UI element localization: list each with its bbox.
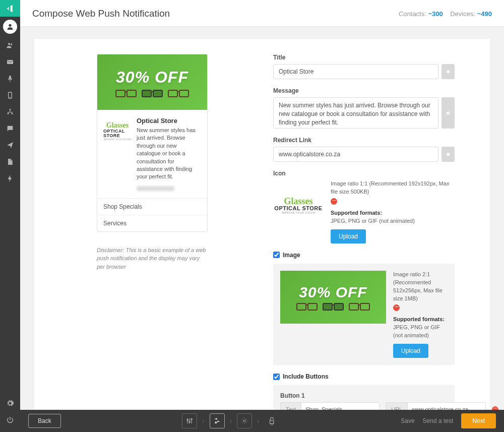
step-schedule-icon[interactable]: [237, 413, 252, 428]
image-ratio-text: Image ratio 2:1 (Recommented 512x256px, …: [393, 271, 448, 303]
preview-hero-image: 30% OFF: [97, 54, 207, 110]
sidebar: [0, 0, 20, 432]
svg-rect-7: [8, 113, 9, 114]
icon-remove-button[interactable]: [331, 198, 337, 205]
icon-upload-button[interactable]: Upload: [331, 229, 366, 243]
sidebar-tree[interactable]: [0, 103, 20, 120]
button1-heading: Button 1: [280, 392, 448, 399]
title-token-button[interactable]: [442, 64, 455, 79]
page-title: Compose Web Push Notification: [32, 8, 170, 19]
svg-point-1: [8, 43, 10, 45]
chevron-right-icon: ›: [257, 417, 260, 425]
image-checkbox-label[interactable]: Image: [283, 252, 300, 259]
preview-title: Optical Store: [137, 117, 201, 125]
step-settings-icon[interactable]: [182, 413, 197, 428]
message-input[interactable]: New summer styles has just arrived. Brow…: [273, 97, 438, 129]
preview-message: New summer styles has just arrived. Brow…: [137, 127, 201, 181]
footer-bar: Back › › › Save Send a test Next: [20, 410, 504, 432]
preview-domain-blur: [137, 186, 174, 191]
sidebar-mic[interactable]: [0, 70, 20, 87]
sidebar-announce[interactable]: [0, 0, 20, 17]
title-label: Title: [273, 54, 455, 61]
button1-remove[interactable]: [492, 406, 498, 410]
glasses-icon: [115, 90, 137, 97]
svg-rect-3: [9, 76, 11, 79]
redirect-input[interactable]: [273, 147, 438, 162]
svg-point-13: [189, 421, 191, 423]
redirect-label: Redirect Link: [273, 137, 455, 144]
glasses-icon: [142, 90, 163, 97]
sidebar-settings[interactable]: [0, 395, 20, 411]
redirect-token-button[interactable]: [442, 147, 455, 162]
glasses-icon: [323, 303, 344, 310]
title-input[interactable]: [273, 64, 438, 79]
svg-point-15: [244, 420, 246, 422]
step-confirm-icon[interactable]: [265, 413, 280, 428]
image-preview: 30% OFF: [280, 271, 386, 324]
svg-rect-8: [12, 113, 13, 114]
image-upload-button[interactable]: Upload: [393, 344, 428, 358]
include-buttons-checkbox[interactable]: [273, 374, 280, 380]
svg-point-0: [9, 24, 11, 27]
content-area: 30% OFF Glasses OPTICAL STORE IMPROVE YO…: [20, 27, 504, 410]
svg-rect-6: [10, 109, 11, 110]
preview-button-2: Services: [97, 215, 207, 231]
sidebar-power[interactable]: [0, 411, 20, 428]
next-button[interactable]: Next: [461, 413, 496, 428]
sidebar-mobile[interactable]: [0, 87, 20, 103]
preview-buttons: Shop Specials Services: [97, 198, 207, 231]
image-checkbox[interactable]: [273, 252, 280, 258]
message-label: Message: [273, 87, 455, 94]
chevron-right-icon: ›: [202, 417, 205, 425]
step-indicator: › › ›: [67, 413, 395, 428]
message-token-button[interactable]: [442, 97, 455, 129]
svg-point-14: [191, 418, 193, 420]
sidebar-profile[interactable]: [3, 20, 17, 34]
sidebar-send[interactable]: [0, 137, 20, 153]
sidebar-bolt[interactable]: [0, 170, 20, 187]
glasses-icon: [349, 303, 370, 310]
icon-ratio-text: Image ratio 1:1 (Recommented 192x192px, …: [331, 180, 455, 196]
page-header: Compose Web Push Notification Contacts: …: [20, 0, 504, 27]
svg-point-12: [187, 419, 188, 421]
back-button[interactable]: Back: [28, 414, 61, 428]
preview-column: 30% OFF Glasses OPTICAL STORE IMPROVE YO…: [97, 54, 243, 398]
preview-logo-icon: Glasses OPTICAL STORE IMPROVE YOUR VISIO…: [103, 117, 132, 145]
button1-url-input[interactable]: [407, 402, 486, 410]
sidebar-chat[interactable]: [0, 120, 20, 137]
svg-point-2: [11, 43, 12, 45]
sidebar-mail[interactable]: [0, 53, 20, 70]
glasses-icon: [168, 90, 189, 97]
glasses-icon: [296, 303, 318, 310]
sidebar-doc[interactable]: [0, 153, 20, 170]
notification-preview: 30% OFF Glasses OPTICAL STORE IMPROVE YO…: [97, 54, 208, 232]
button1-text-input[interactable]: [301, 402, 380, 410]
chevron-right-icon: ›: [230, 417, 232, 425]
send-test-link[interactable]: Send a test: [423, 417, 454, 424]
icon-preview: Glasses OPTICAL STORE IMPROVE YOUR VISIO…: [273, 180, 324, 230]
sidebar-contacts[interactable]: [0, 37, 20, 53]
form-column: Title Message New summer styles has just…: [273, 54, 455, 398]
header-stats: Contacts: ~300 Devices: ~490: [399, 10, 492, 18]
preview-button-1: Shop Specials: [97, 199, 207, 215]
disclaimer-text: Disclaimer: This is a basic example of a…: [97, 246, 208, 271]
image-remove-button[interactable]: [393, 304, 400, 311]
save-link[interactable]: Save: [401, 417, 414, 424]
icon-label: Icon: [273, 170, 455, 177]
include-buttons-label[interactable]: Include Buttons: [283, 373, 329, 380]
step-compose-icon[interactable]: [210, 413, 225, 428]
